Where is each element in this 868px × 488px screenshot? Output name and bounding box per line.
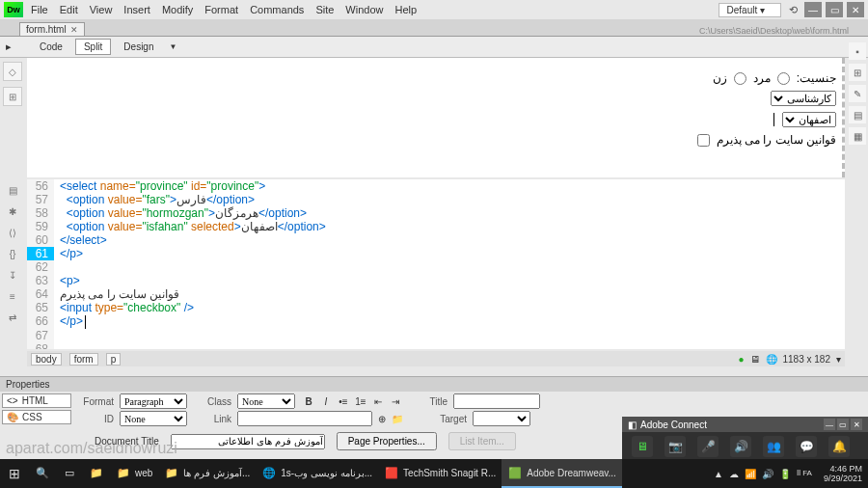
menu-file[interactable]: File (31, 4, 48, 15)
link-folder-icon[interactable]: 📁 (392, 414, 403, 424)
gutter-icon[interactable]: {} (3, 245, 22, 262)
panel-icon[interactable]: ▤ (849, 106, 866, 123)
tray-lang[interactable]: ا‌ا FA (797, 470, 812, 477)
panel-icon[interactable]: ▦ (849, 127, 866, 145)
minimize-button[interactable]: — (804, 2, 822, 17)
taskbar-item[interactable]: 🌐‎1s-برنامه نویسی وب... (256, 459, 378, 488)
link-input[interactable] (237, 411, 372, 426)
task-view-button[interactable]: ▭ (56, 459, 83, 488)
ul-button[interactable]: •≡ (336, 393, 351, 409)
indent-button[interactable]: ⇥ (388, 393, 403, 409)
bold-button[interactable]: B (301, 393, 316, 409)
windows-taskbar: ⊞ 🔍 ▭ 📁 📁web 📁آموزش فرم ها... 🌐‎1s-برنام… (0, 459, 868, 488)
outdent-button[interactable]: ⇤ (370, 393, 386, 409)
workspace-layout-combo[interactable]: Default ▾ (719, 3, 781, 17)
explorer-button[interactable]: 📁 (83, 459, 110, 488)
close-button[interactable]: ✕ (847, 2, 864, 17)
taskbar-item[interactable]: 🟥TechSmith Snagit R... (378, 459, 502, 488)
province-select[interactable]: اصفهان (782, 112, 836, 127)
viewport-size-label: 1183 x 182 (783, 354, 831, 365)
tray-expand-icon[interactable]: ▲ (714, 469, 723, 479)
maximize-button[interactable]: ▭ (826, 2, 843, 17)
properties-title: Properties (0, 377, 868, 392)
mic-icon[interactable]: 🎤 (697, 436, 719, 457)
ol-button[interactable]: 1≡ (353, 393, 368, 409)
taskbar-item[interactable]: 🟩Adobe Dreamweav... (502, 459, 622, 488)
tray-battery-icon[interactable]: 🔋 (779, 469, 791, 479)
gutter-icon[interactable]: ⇄ (3, 309, 22, 326)
css-mode-button[interactable]: 🎨 CSS (2, 410, 71, 424)
tag-selector-bar: body form p ● 🖥 🌐 1183 x 182▾ (27, 351, 845, 366)
design-view-button[interactable]: Design (115, 39, 162, 55)
menu-commands[interactable]: Commands (250, 4, 304, 15)
taskbar-item[interactable]: 📁web (110, 459, 158, 488)
speaker-icon[interactable]: 🔊 (730, 436, 751, 457)
connect-max-button[interactable]: ▭ (837, 419, 849, 430)
close-tab-icon[interactable]: ✕ (70, 25, 78, 35)
degree-select[interactable]: کارشناسی (771, 91, 836, 106)
html-mode-button[interactable]: <> HTML (2, 393, 71, 408)
rail-icon[interactable]: ⊞ (3, 87, 22, 106)
gender-female-radio[interactable] (734, 72, 746, 85)
connect-min-button[interactable]: — (824, 419, 835, 430)
format-select[interactable]: Paragraph (120, 393, 187, 409)
tag-crumb-form[interactable]: form (69, 353, 98, 366)
share-screen-icon[interactable]: 🖥 (632, 436, 653, 457)
taskbar-item[interactable]: 📁آموزش فرم ها... (158, 459, 256, 488)
gutter-icon[interactable]: ▤ (3, 181, 22, 199)
menu-format[interactable]: Format (204, 4, 238, 15)
tray-cloud-icon[interactable]: ☁ (729, 469, 739, 479)
split-view-button[interactable]: Split (75, 39, 111, 55)
italic-button[interactable]: I (318, 393, 334, 409)
adobe-connect-window[interactable]: ◧ Adobe Connect — ▭ ✕ 🖥 📷 🎤 🔊 👥 💬 🔔 (622, 417, 868, 459)
connect-close-button[interactable]: ✕ (851, 419, 862, 430)
id-select[interactable]: None (120, 411, 187, 426)
view-dropdown-icon[interactable]: ▼ (167, 42, 180, 51)
chat-icon[interactable]: 💬 (796, 436, 817, 457)
code-view[interactable]: 56<select name="province" id="province">… (27, 179, 845, 349)
menu-insert[interactable]: Insert (123, 4, 150, 15)
webcam-icon[interactable]: 📷 (665, 436, 686, 457)
class-select[interactable]: None (237, 393, 295, 409)
menu-help[interactable]: Help (394, 4, 417, 15)
file-tab[interactable]: form.html ✕ (19, 22, 85, 36)
doc-title-input[interactable] (171, 434, 325, 449)
globe-icon[interactable]: 🌐 (766, 354, 777, 365)
start-button[interactable]: ⊞ (0, 459, 29, 488)
tray-wifi-icon[interactable]: 📶 (745, 469, 756, 479)
panel-icon[interactable]: ✎ (849, 85, 866, 102)
link-browse-icon[interactable]: ⊕ (378, 414, 386, 424)
gender-male-radio[interactable] (777, 72, 790, 85)
gutter-icon[interactable]: ⟨⟩ (3, 224, 22, 241)
taskbar-clock[interactable]: 4:46 PM 9/29/2021 (818, 464, 868, 483)
link-label: Link (193, 414, 231, 424)
gutter-icon[interactable]: ↧ (3, 266, 22, 284)
gutter-icon[interactable]: ≡ (3, 287, 22, 305)
search-button[interactable]: 🔍 (29, 459, 56, 488)
attendees-icon[interactable]: 👥 (763, 436, 784, 457)
panel-icon[interactable]: ⊞ (849, 64, 866, 81)
panel-icon[interactable]: ▪ (849, 42, 866, 60)
device-icon[interactable]: 🖥 (750, 354, 760, 365)
target-select[interactable] (473, 411, 530, 426)
title-input[interactable] (453, 393, 540, 409)
terms-checkbox[interactable] (697, 134, 710, 147)
notify-icon[interactable]: 🔔 (828, 436, 850, 457)
code-view-button[interactable]: Code (31, 39, 71, 55)
titlebar: Dw File Edit View Insert Modify Format C… (0, 0, 868, 19)
rail-icon[interactable]: ◇ (3, 62, 22, 81)
tag-crumb-p[interactable]: p (106, 353, 122, 366)
menu-modify[interactable]: Modify (162, 4, 193, 15)
list-item-button[interactable]: List Item... (448, 432, 516, 450)
page-properties-button[interactable]: Page Properties... (337, 432, 437, 450)
toolbar-collapse-icon[interactable]: ▸ (6, 41, 27, 53)
gutter-icon[interactable]: ✱ (3, 203, 22, 220)
menu-site[interactable]: Site (315, 4, 334, 15)
tag-crumb-body[interactable]: body (31, 353, 62, 366)
tray-volume-icon[interactable]: 🔊 (762, 469, 773, 479)
sync-icon[interactable]: ⟲ (785, 2, 800, 17)
menu-edit[interactable]: Edit (60, 4, 78, 15)
menu-view[interactable]: View (90, 4, 113, 15)
menu-window[interactable]: Window (345, 4, 383, 15)
design-view[interactable]: جنسیت: مرد زن کارشناسی اصفهان قوانین سای… (27, 58, 845, 177)
